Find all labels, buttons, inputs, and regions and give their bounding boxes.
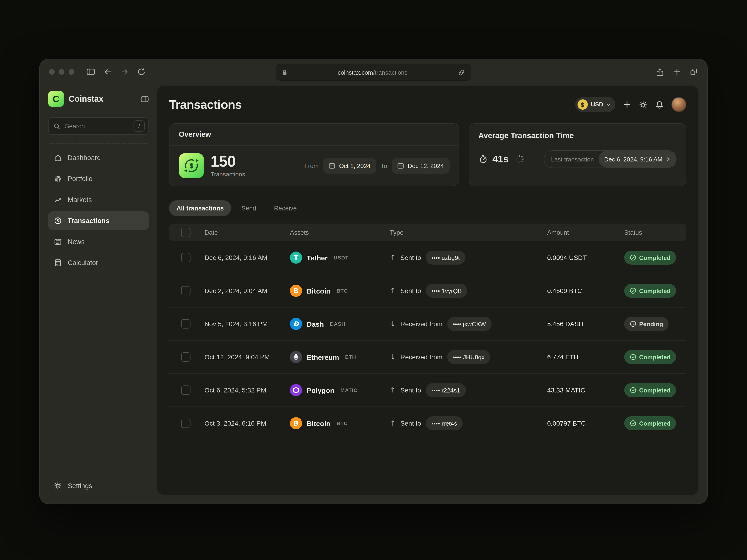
search-box[interactable]: / [48, 117, 149, 135]
lock-icon [282, 69, 287, 75]
address-pill[interactable]: •••• uzbg9t [426, 250, 465, 265]
column-amount: Amount [547, 229, 624, 236]
status-label: Completed [639, 420, 670, 427]
row-checkbox[interactable] [181, 352, 190, 362]
last-transaction-control[interactable]: Last transaction Dec 6, 2024, 9:16 AM [544, 150, 676, 168]
sidebar-item-news[interactable]: News [48, 232, 149, 251]
sidebar-item-transactions[interactable]: $ Transactions [48, 211, 149, 230]
home-icon [54, 154, 62, 162]
sidebar-item-label: Transactions [68, 217, 109, 224]
sidebar-item-settings[interactable]: Settings [48, 477, 149, 495]
url-text: coinstax.com/transactions [287, 69, 458, 76]
share-icon[interactable] [655, 68, 664, 76]
table-row[interactable]: Dec 6, 2024, 9:16 AM T Tether USDT ↑ Sen… [169, 241, 686, 274]
overview-card: Overview $ 150 [169, 123, 459, 186]
asset-ticker: DASH [330, 321, 345, 327]
check-circle-icon [630, 387, 636, 393]
traffic-lights [49, 69, 74, 75]
status-badge: Pending [624, 317, 669, 331]
add-button[interactable] [623, 100, 631, 109]
sidebar-item-label: Settings [68, 482, 92, 489]
polygon-icon [290, 384, 302, 396]
address-bar[interactable]: coinstax.com/transactions [276, 64, 471, 81]
theme-toggle-sun-icon[interactable] [639, 100, 648, 109]
sidebar-item-portfolio[interactable]: Portfolio [48, 169, 149, 188]
table-row[interactable]: Oct 12, 2024, 9:04 PM Ethereum ETH ↓ Rec… [169, 341, 686, 374]
avatar[interactable] [671, 97, 686, 112]
transaction-filters: All transactions Send Receive [169, 200, 686, 216]
address-pill[interactable]: •••• r224s1 [426, 383, 466, 397]
asset-ticker: USDT [334, 255, 349, 260]
brand-name: Coinstax [69, 94, 103, 104]
asset-ticker: BTC [337, 288, 348, 294]
browser-toolbar: coinstax.com/transactions [40, 59, 707, 84]
new-tab-icon[interactable] [673, 68, 681, 76]
collapse-sidebar-icon[interactable] [140, 96, 149, 102]
row-checkbox[interactable] [181, 419, 190, 428]
gear-icon [54, 482, 62, 490]
asset-name: Tether [307, 254, 328, 262]
type-label: Sent to [400, 254, 421, 261]
link-icon[interactable] [458, 69, 465, 76]
back-icon[interactable] [104, 68, 112, 76]
select-all-checkbox[interactable] [181, 228, 190, 237]
sidebar-toggle-icon[interactable] [86, 68, 95, 76]
check-circle-icon [630, 254, 636, 261]
to-date-picker[interactable]: Dec 12, 2024 [392, 158, 449, 174]
table-row[interactable]: Dec 2, 2024, 9:04 AM B Bitcoin BTC ↑ Sen… [169, 274, 686, 308]
address-pill[interactable]: •••• JHU8qx [447, 350, 490, 364]
table-header: Date Assets Type Amount Status [169, 223, 686, 241]
currency-selector[interactable]: $ USD [575, 97, 615, 112]
type-label: Sent to [400, 420, 421, 427]
received-arrow-icon: ↓ [390, 353, 396, 361]
last-transaction-value[interactable]: Dec 6, 2024, 9:16 AM [598, 151, 676, 167]
table-row[interactable]: Nov 5, 2024, 3:16 PM Ð Dash DASH ↓ Recei… [169, 308, 686, 341]
check-circle-icon [630, 288, 636, 294]
tether-icon: T [290, 251, 302, 264]
notifications-bell-icon[interactable] [655, 100, 664, 109]
filter-all-transactions[interactable]: All transactions [169, 200, 231, 216]
row-checkbox[interactable] [181, 319, 190, 328]
traffic-light-minimize[interactable] [59, 69, 65, 75]
brand: C Coinstax [48, 91, 149, 107]
calendar-icon [397, 162, 404, 169]
type-label: Received from [400, 353, 443, 361]
asset-name: Ethereum [307, 353, 339, 361]
refresh-icon[interactable] [137, 68, 146, 76]
sidebar-item-markets[interactable]: Markets [48, 190, 149, 209]
asset-ticker: BTC [337, 421, 348, 426]
row-checkbox[interactable] [181, 286, 190, 295]
address-pill[interactable]: •••• jxwCXW [447, 317, 492, 331]
forward-icon[interactable] [121, 68, 129, 76]
column-status: Status [624, 229, 686, 236]
column-date: Date [205, 229, 290, 236]
status-label: Completed [639, 254, 670, 261]
browser-window: coinstax.com/transactions [39, 59, 708, 504]
transaction-date: Oct 3, 2024, 6:16 PM [205, 420, 290, 427]
type-label: Received from [400, 320, 443, 328]
address-pill[interactable]: •••• rret4s [426, 416, 463, 430]
filter-send[interactable]: Send [234, 200, 264, 216]
transaction-amount: 43.33 MATIC [547, 386, 624, 394]
calculator-icon [54, 259, 62, 267]
asset-name: Dash [307, 320, 324, 328]
from-label: From [304, 162, 319, 169]
sidebar-item-calculator[interactable]: Calculator [48, 254, 149, 272]
tabs-overview-icon[interactable] [690, 68, 698, 76]
sidebar-item-dashboard[interactable]: Dashboard [48, 149, 149, 167]
traffic-light-close[interactable] [49, 69, 55, 75]
filter-receive[interactable]: Receive [266, 200, 304, 216]
row-checkbox[interactable] [181, 385, 190, 395]
traffic-light-zoom[interactable] [69, 69, 74, 75]
address-pill[interactable]: •••• 1vyrQB [426, 284, 467, 298]
from-date-picker[interactable]: Oct 1, 2024 [323, 158, 376, 174]
sidebar-item-label: Markets [68, 196, 92, 204]
search-input[interactable] [64, 122, 130, 130]
status-badge: Completed [624, 350, 676, 364]
asset-ticker: ETH [345, 354, 356, 360]
row-checkbox[interactable] [181, 253, 190, 262]
table-row[interactable]: Oct 6, 2024, 5:32 PM Polygon MATIC ↑ Sen… [169, 374, 686, 407]
table-row[interactable]: Oct 3, 2024, 6:16 PM B Bitcoin BTC ↑ Sen… [169, 407, 686, 440]
portfolio-icon [54, 175, 62, 183]
sidebar-item-label: Calculator [68, 259, 98, 266]
